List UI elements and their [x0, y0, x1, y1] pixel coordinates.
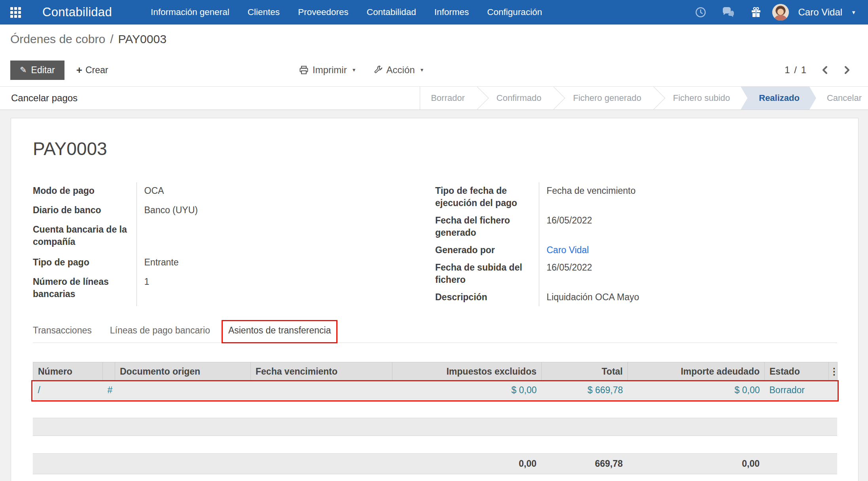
field-value-diario-de-banco: Banco (UYU) [136, 202, 405, 221]
breadcrumb: Órdenes de cobro / PAY0003 [0, 25, 868, 54]
table-header-row: Número Documento origen Fecha vencimient… [33, 362, 838, 381]
empty-list-bar [33, 418, 837, 436]
totals-row: 0,00 669,78 0,00 [33, 453, 837, 474]
breadcrumb-current: PAY0003 [118, 32, 167, 46]
table-row[interactable]: / # $ 0,00 $ 669,78 $ 0,00 Borrador [33, 381, 838, 400]
control-toolbar: ✎ Editar + Crear Imprimir ▼ Acción ▼ 1 /… [0, 54, 868, 86]
column-options-ellipsis-icon[interactable]: ⋮ [829, 362, 838, 381]
field-value-tipo-fecha-ejecucion: Fecha de vencimiento [539, 182, 837, 212]
field-label-descripcion: Descripción [435, 289, 539, 306]
field-label-numero-lineas: Número de líneas bancarias [33, 273, 136, 306]
status-bar: Cancelar pagos Borrador Confirmado Fiche… [0, 86, 868, 110]
nav-item-informacion-general[interactable]: Información general [151, 7, 229, 17]
plus-icon: + [76, 64, 82, 76]
status-arrow-separator [552, 87, 562, 110]
status-arrow-separator [476, 87, 486, 110]
print-dropdown[interactable]: Imprimir ▼ [299, 64, 356, 76]
top-navbar: Contabilidad Información general Cliente… [0, 0, 868, 25]
user-caret-icon[interactable]: ▼ [851, 9, 856, 15]
pencil-icon: ✎ [20, 65, 27, 75]
field-value-generado-por-link[interactable]: Caro Vidal [539, 242, 837, 259]
user-avatar[interactable] [772, 4, 789, 21]
main-menu: Información general Clientes Proveedores… [151, 7, 542, 17]
nav-item-clientes[interactable]: Clientes [248, 7, 280, 17]
breadcrumb-parent-link[interactable]: Órdenes de cobro [10, 32, 105, 46]
field-value-fecha-subida: 16/05/2022 [539, 259, 837, 289]
field-value-cuenta-bancaria [136, 221, 405, 254]
status-step-fichero-generado[interactable]: Fichero generado [562, 87, 652, 110]
field-label-fecha-subida: Fecha de subida del fichero [435, 259, 539, 289]
field-label-modo-de-pago: Modo de pago [33, 182, 136, 202]
pager-count: 1 / 1 [785, 64, 807, 76]
apps-grid-icon[interactable] [10, 7, 21, 18]
field-value-descripcion: Liquidación OCA Mayo [539, 289, 837, 306]
field-value-modo-de-pago: OCA [136, 182, 405, 202]
status-step-cancelar[interactable]: Cancelar [816, 87, 868, 110]
statusbar-steps: Borrador Confirmado Fichero generado Fic… [420, 87, 868, 110]
cell-fecha-vencimiento[interactable] [251, 381, 392, 400]
pager-next-icon[interactable] [843, 65, 851, 75]
cell-options [829, 381, 838, 400]
nav-item-informes[interactable]: Informes [434, 7, 469, 17]
field-label-tipo-de-pago: Tipo de pago [33, 254, 136, 273]
create-button[interactable]: + Crear [76, 64, 108, 76]
activities-clock-icon[interactable] [689, 7, 712, 18]
pager-previous-icon[interactable] [821, 65, 829, 75]
column-header-link [103, 362, 115, 381]
chevron-down-icon: ▼ [420, 67, 425, 73]
field-value-tipo-de-pago: Entrante [136, 254, 405, 273]
cell-documento-origen[interactable] [115, 381, 251, 400]
total-impuestos-excluidos: 0,00 [392, 454, 541, 474]
column-header-documento-origen[interactable]: Documento origen [115, 362, 251, 381]
field-label-diario-de-banco: Diario de banco [33, 202, 136, 221]
nav-item-contabilidad[interactable]: Contabilidad [367, 7, 416, 17]
cell-total[interactable]: $ 669,78 [542, 381, 628, 400]
record-title: PAY0003 [33, 138, 836, 159]
action-dropdown[interactable]: Acción ▼ [374, 64, 425, 76]
column-header-total[interactable]: Total [542, 362, 628, 381]
cancel-payments-button[interactable]: Cancelar pagos [0, 87, 420, 110]
gift-icon[interactable] [745, 7, 768, 18]
cell-link[interactable]: # [103, 381, 115, 400]
chevron-down-icon: ▼ [352, 67, 356, 73]
transfer-moves-table: Número Documento origen Fecha vencimient… [33, 362, 837, 400]
field-label-cuenta-bancaria: Cuenta bancaria de la compañía [33, 221, 136, 254]
notebook-tabs: Transacciones Líneas de pago bancario As… [33, 325, 837, 343]
total-importe-adeudado: 0,00 [627, 454, 764, 474]
cell-numero[interactable]: / [33, 381, 103, 400]
printer-icon [299, 65, 309, 75]
status-arrow-separator [652, 87, 662, 110]
column-header-impuestos-excluidos[interactable]: Impuestos excluidos [392, 362, 542, 381]
cell-impuestos-excluidos[interactable]: $ 0,00 [392, 381, 542, 400]
field-value-numero-lineas: 1 [136, 273, 405, 306]
breadcrumb-separator: / [110, 32, 113, 46]
tab-lineas-pago-bancario[interactable]: Líneas de pago bancario [110, 325, 210, 336]
total-total: 669,78 [541, 454, 627, 474]
messages-chat-icon[interactable] [717, 7, 740, 18]
wrench-icon [374, 66, 383, 74]
user-menu[interactable]: Caro Vidal [798, 7, 843, 18]
tab-asientos-transferencia[interactable]: Asientos de transferencia [228, 325, 331, 336]
nav-item-proveedores[interactable]: Proveedores [298, 7, 349, 17]
status-step-realizado-active[interactable]: Realizado [741, 87, 816, 110]
right-field-group: Tipo de fecha de ejecución del pago Fech… [435, 182, 837, 306]
field-value-fecha-fichero-generado: 16/05/2022 [539, 212, 837, 242]
tab-transacciones[interactable]: Transacciones [33, 325, 92, 336]
column-header-importe-adeudado[interactable]: Importe adeudado [628, 362, 765, 381]
form-sheet: PAY0003 Modo de pago OCA Diario de banco… [11, 118, 859, 481]
content-area: PAY0003 Modo de pago OCA Diario de banco… [0, 110, 868, 481]
edit-button[interactable]: ✎ Editar [10, 61, 64, 80]
left-field-group: Modo de pago OCA Diario de banco Banco (… [33, 182, 405, 306]
app-brand[interactable]: Contabilidad [42, 5, 112, 19]
field-label-tipo-fecha-ejecucion: Tipo de fecha de ejecución del pago [435, 182, 539, 212]
cell-estado[interactable]: Borrador [765, 381, 829, 400]
column-header-fecha-vencimiento[interactable]: Fecha vencimiento [251, 362, 392, 381]
status-step-fichero-subido[interactable]: Fichero subido [662, 87, 741, 110]
field-label-fecha-fichero-generado: Fecha del fichero generado [435, 212, 539, 242]
field-label-generado-por: Generado por [435, 242, 539, 259]
column-header-numero[interactable]: Número [33, 362, 103, 381]
cell-importe-adeudado[interactable]: $ 0,00 [628, 381, 765, 400]
column-header-estado[interactable]: Estado [765, 362, 829, 381]
nav-item-configuracion[interactable]: Configuración [487, 7, 542, 17]
